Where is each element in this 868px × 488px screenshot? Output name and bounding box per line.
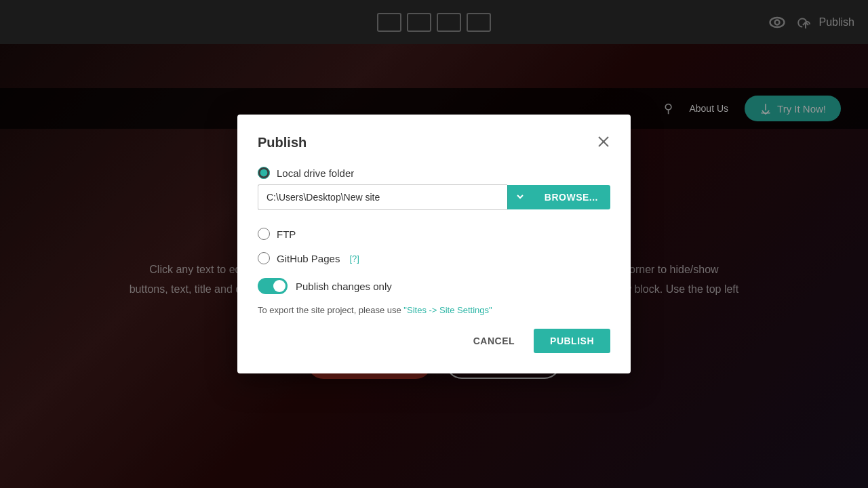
- modal-footer: CANCEL PUBLISH: [258, 329, 610, 353]
- modal-close-button[interactable]: [597, 135, 610, 150]
- browse-button[interactable]: BROWSE...: [532, 185, 610, 209]
- github-help-link[interactable]: [?]: [349, 253, 359, 264]
- publish-options: Local drive folder BROWSE... FTP: [258, 167, 610, 264]
- publish-changes-toggle[interactable]: [258, 278, 288, 294]
- publish-modal: Publish Local drive folder: [237, 115, 631, 373]
- export-link[interactable]: "Sites -> Site Settings": [403, 305, 492, 315]
- local-drive-radio[interactable]: [258, 167, 270, 179]
- publish-action-button[interactable]: PUBLISH: [534, 329, 610, 353]
- local-drive-radio-label[interactable]: Local drive folder: [258, 167, 610, 179]
- modal-title: Publish: [258, 135, 307, 150]
- cancel-button[interactable]: CANCEL: [462, 329, 526, 353]
- github-label: GitHub Pages: [277, 253, 340, 264]
- github-radio[interactable]: [258, 252, 270, 264]
- local-drive-option: Local drive folder BROWSE...: [258, 167, 610, 216]
- ftp-radio-label[interactable]: FTP: [258, 228, 610, 240]
- toggle-row: Publish changes only: [258, 278, 610, 294]
- path-row: BROWSE...: [258, 184, 610, 210]
- local-drive-label: Local drive folder: [277, 167, 354, 179]
- toggle-slider: [258, 278, 288, 294]
- path-input[interactable]: [258, 184, 507, 210]
- background-page: Publish FU O ⚲ About Us Try It Now! Clic…: [0, 0, 868, 488]
- export-note-text: To export the site project, please use: [258, 305, 401, 315]
- ftp-label: FTP: [277, 228, 296, 240]
- close-icon: [597, 135, 610, 148]
- modal-header: Publish: [258, 135, 610, 150]
- export-note: To export the site project, please use "…: [258, 305, 610, 315]
- toggle-label: Publish changes only: [296, 281, 392, 292]
- path-dropdown-button[interactable]: [507, 185, 532, 209]
- ftp-radio[interactable]: [258, 228, 270, 240]
- chevron-down-icon: [516, 192, 524, 201]
- github-radio-label[interactable]: GitHub Pages [?]: [258, 252, 610, 264]
